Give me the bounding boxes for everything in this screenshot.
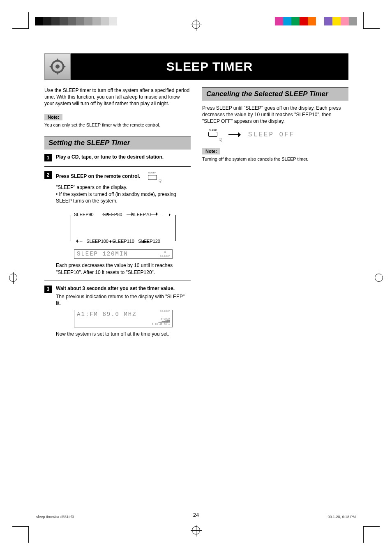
meter-scale: 0 20 40 60 ∞ [152, 323, 170, 326]
left-column: Use the SLEEP timer to turn off the syst… [44, 87, 191, 343]
display-sleep-off: SLEEP OFF [248, 131, 295, 138]
finger-icon: ☟ [159, 178, 161, 185]
color-bar-grayscale [35, 17, 125, 25]
step-2: 2 Press SLEEP on the remote control. SLE… [44, 171, 191, 275]
note-label: Note: [44, 114, 62, 120]
cycle-value: SLEEP100 [86, 238, 108, 244]
svg-marker-5 [63, 65, 66, 68]
svg-marker-3 [56, 72, 59, 75]
page-title: SLEEP TIMER [71, 53, 348, 80]
section-setting-heading: Setting the SLEEP Timer [44, 136, 191, 150]
step-number: 1 [44, 154, 52, 161]
section-cancel-heading: Canceling the Selected SLEEP Timer [202, 87, 348, 101]
step-1: 1 Play a CD, tape, or tune to the desire… [44, 154, 191, 161]
sleep-button-icon: SLEEP ☟ [205, 129, 220, 140]
color-bar-colors [275, 17, 357, 25]
sleep-cycle-diagram: SLEEP90 SLEEP80 SLEEP70 --- SLEEP120 SLE… [70, 212, 177, 244]
step-2-after: Each press decreases the value by 10 unt… [56, 262, 191, 275]
step-3-desc: The previous indication returns to the d… [56, 293, 191, 306]
arrow-right-icon [228, 134, 240, 135]
svg-point-1 [55, 64, 60, 69]
note-block-1: Note: You can only set the SLEEP timer w… [44, 113, 191, 128]
step-number: 2 [44, 171, 52, 179]
right-column: Canceling the Selected SLEEP Timer Press… [202, 87, 348, 343]
cycle-value: --- [78, 238, 83, 244]
cycle-value: --- [160, 212, 164, 218]
svg-marker-4 [49, 65, 52, 68]
title-row: SLEEP TIMER [44, 53, 348, 80]
footer-right: 00.1.28, 6:18 PM [327, 515, 356, 519]
finger-icon: ☟ [219, 137, 222, 143]
cancel-diagram: SLEEP ☟ SLEEP OFF [202, 129, 348, 140]
sleep-button-icon: SLEEP ☟ [145, 171, 160, 182]
step-3-after: Now the system is set to turn off at the… [56, 331, 191, 337]
page-content: SLEEP TIMER Use the SLEEP timer to turn … [44, 53, 348, 343]
sleep-label: SLEEP [160, 311, 171, 313]
sleep-indicator-icon: ✻SLEEP [160, 251, 171, 258]
note-block-2: Note: Turning off the system also cancel… [202, 147, 348, 162]
display-sleep-120: SLEEP 120MIN ✻SLEEP [74, 249, 173, 259]
page-number: 24 [193, 512, 199, 518]
step-2-title: Press SLEEP on the remote control. [56, 174, 140, 180]
step-3: 3 Wait about 3 seconds after you set the… [44, 285, 191, 338]
footer-left: sleep timer/ca-d551tr/3 [36, 515, 74, 519]
note-text: You can only set the SLEEP timer with th… [44, 122, 191, 128]
remote-ring-icon [44, 53, 71, 80]
cycle-value: SLEEP80 [103, 212, 122, 218]
step-3-title: Wait about 3 seconds after you set the t… [56, 285, 191, 292]
svg-marker-2 [56, 58, 59, 61]
divider [44, 166, 191, 167]
display-radio: A1:FM 89.0 MHZ SLEEP STEREO ▁▂▃▄▅▆▇█ 0 2… [74, 310, 173, 327]
cancel-text: Press SLEEP until "SLEEP" goes off on th… [202, 105, 348, 125]
step-1-title: Play a CD, tape, or tune to the desired … [56, 154, 191, 160]
note-label: Note: [202, 148, 220, 154]
cycle-value: SLEEP90 [74, 212, 94, 218]
intro-text: Use the SLEEP timer to turn off the syst… [44, 87, 191, 107]
divider [44, 281, 191, 281]
step-2-desc: "SLEEP" appears on the display. • If the… [56, 184, 191, 204]
step-number: 3 [44, 286, 52, 293]
note-text: Turning off the system also cancels the … [202, 156, 348, 162]
